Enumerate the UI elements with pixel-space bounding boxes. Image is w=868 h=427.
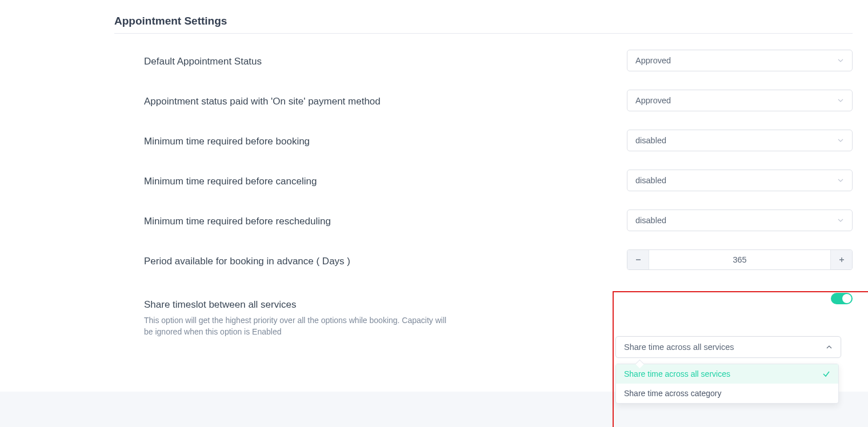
minus-icon <box>635 256 642 263</box>
section-title: Appointment Settings <box>114 15 853 27</box>
chevron-down-icon <box>837 177 844 184</box>
dropdown-option-label: Share time across all services <box>624 369 730 378</box>
plus-icon <box>838 256 845 263</box>
toggle-knob <box>842 294 851 303</box>
row-booking-advance: Period available for booking in advance … <box>114 249 853 270</box>
select-share-mode[interactable]: Share time across all services <box>615 336 841 358</box>
select-min-before-rescheduling-value: disabled <box>635 216 666 225</box>
select-min-before-booking[interactable]: disabled <box>627 130 853 151</box>
label-onsite-status: Appointment status paid with 'On site' p… <box>144 95 615 108</box>
label-min-before-canceling: Minimum time required before canceling <box>144 175 615 188</box>
label-booking-advance: Period available for booking in advance … <box>144 255 615 268</box>
row-default-status: Default Appointment Status Approved <box>114 50 853 71</box>
stepper-booking-advance: 365 <box>627 249 853 270</box>
label-share-timeslot: Share timeslot between all services <box>144 299 604 311</box>
select-min-before-canceling[interactable]: disabled <box>627 170 853 191</box>
divider <box>114 33 853 34</box>
stepper-decrement-button[interactable] <box>627 250 649 269</box>
settings-page: Appointment Settings Default Appointment… <box>114 15 853 358</box>
dropdown-option-label: Share time across category <box>624 389 721 398</box>
select-share-mode-value: Share time across all services <box>624 343 734 352</box>
chevron-down-icon <box>837 217 844 224</box>
select-default-status[interactable]: Approved <box>627 50 853 71</box>
dropdown-share-mode: Share time across all services Share tim… <box>615 364 839 404</box>
check-icon <box>822 370 830 378</box>
select-onsite-status[interactable]: Approved <box>627 90 853 111</box>
chevron-down-icon <box>837 97 844 104</box>
chevron-down-icon <box>837 137 844 144</box>
toggle-share-timeslot[interactable] <box>831 293 853 304</box>
select-min-before-rescheduling[interactable]: disabled <box>627 210 853 231</box>
label-min-before-rescheduling: Minimum time required before reschedulin… <box>144 215 615 228</box>
select-min-before-canceling-value: disabled <box>635 176 666 185</box>
row-min-before-rescheduling: Minimum time required before reschedulin… <box>114 210 853 231</box>
label-default-status: Default Appointment Status <box>144 55 615 68</box>
select-default-status-value: Approved <box>635 56 671 65</box>
select-onsite-status-value: Approved <box>635 96 671 105</box>
chevron-up-icon <box>826 344 833 351</box>
label-min-before-booking: Minimum time required before booking <box>144 135 615 148</box>
stepper-increment-button[interactable] <box>830 250 852 269</box>
select-min-before-booking-value: disabled <box>635 136 666 145</box>
dropdown-option-all-services[interactable]: Share time across all services <box>616 364 838 384</box>
chevron-down-icon <box>837 57 844 64</box>
row-share-timeslot: Share timeslot between all services This… <box>114 293 853 358</box>
hint-share-timeslot: This option will get the highest priorit… <box>144 315 453 338</box>
row-min-before-canceling: Minimum time required before canceling d… <box>114 170 853 191</box>
row-min-before-booking: Minimum time required before booking dis… <box>114 130 853 151</box>
row-onsite-status: Appointment status paid with 'On site' p… <box>114 90 853 111</box>
dropdown-option-category[interactable]: Share time across category <box>616 384 838 403</box>
stepper-booking-advance-value[interactable]: 365 <box>649 250 830 269</box>
